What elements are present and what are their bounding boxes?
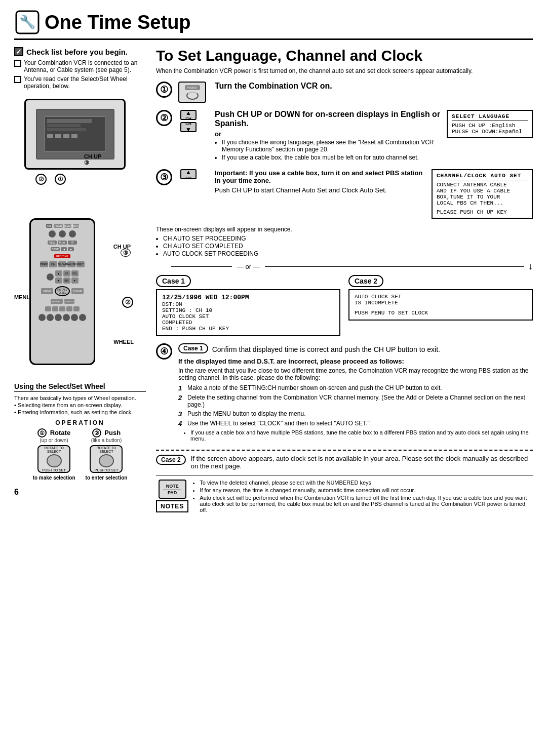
ch-line-3: BOX,TUNE IT TO YOUR [437,194,528,200]
tv-circle-1: ① [55,174,66,185]
operation-rotate: ① Rotate (up or down) ROTATE TO SELECT P… [33,428,75,481]
tv-chup-label: CH UP③ [84,153,101,166]
ch-up-graphic: ▲ CH [178,169,199,179]
note-1: To view the deleted channel, please sele… [200,480,533,486]
step3-icon: ▲ CH [178,169,209,179]
ch-down-btn: CH ▼ [180,122,197,132]
power-btn-top: POWER [185,85,200,90]
step4-subbullet: If you use a cable box and have multiple… [190,429,533,442]
case2-line-4: PUSH MENU TO SET CLOCK [355,310,527,316]
step4-item-3: 3 Push the MENU button to display the me… [178,410,533,418]
case2-bottom-text: If the screen above appears, auto clock … [191,455,533,470]
step2-bullet-1: If you choose the wrong language, please… [222,139,442,153]
ch-down-label-small: CH [185,122,191,126]
step4-bold: If the displayed time and D.S.T. are inc… [178,357,533,365]
select-language-box: SELECT LANGUAGE PUSH CH UP :English PULS… [447,110,533,138]
case2-line-2: IS INCOMPLETE [355,300,527,306]
op2-circle: ② [92,428,101,437]
right-column: To Set Language, Channel and Clock When … [156,47,533,514]
step1-number: ① [156,82,172,98]
remote-wheel-label: WHEEL [113,339,134,345]
wheel-desc-3: • Entering information, such as setting … [14,409,146,415]
step2-screen: SELECT LANGUAGE PUSH CH UP :English PULS… [447,110,533,138]
channel-clock-title: CHANNEL/CLOCK AUTO SET [437,173,528,180]
cases-row: Case 1 12/25/1996 WED 12:00PM DST:ON SET… [156,275,533,336]
note-3: Auto clock set will be performed when th… [200,495,533,513]
step4-content: Case 1 Confirm that displayed time is co… [178,343,533,443]
case2-bottom-label: Case 2 [156,455,186,465]
checkbox-1 [14,60,21,67]
seq-bullet-1: CH AUTO SET PROCEEDING [163,235,533,242]
checkmark-icon: ✓ [14,47,23,56]
wheel-desc-2: • Selecting items from an on-screen disp… [14,402,146,408]
step3-ch-label: CH [185,176,191,180]
operation-row: ① Rotate (up or down) ROTATE TO SELECT P… [14,428,146,481]
step3-screen: CHANNEL/CLOCK AUTO SET CONNECT ANTENNA C… [432,169,533,219]
case1-dst: DST:ON [162,301,334,307]
wheel-section: Using the Select/Set Wheel There are bas… [14,382,146,481]
step4-case: Case 1 [178,343,208,353]
ch-line-2: AND IF YOU USE A CABLE [437,188,528,194]
step1-title: Turn the Combination VCR on. [215,82,533,91]
case2-container: Case 2 AUTO CLOCK SET IS INCOMPLETE PUSH… [348,275,533,336]
case1-setting: SETTING : CH 10 [162,307,334,313]
select-language-line-2: PULSE CH DOWN:Español [452,129,528,135]
tv-circle-2: ② [35,174,47,185]
wheel-push-graphic: ROTATE TO SELECT PUSH TO SET [90,445,123,473]
tv-graphic: CH UP③ ② ① [14,99,136,210]
step4-header: Case 1 Confirm that displayed time is co… [178,343,533,355]
ch-line-6: PLEASE PUSH CH UP KEY [437,209,528,215]
step4-item-1: 1 Make a note of the SETTING:CH number s… [178,384,533,392]
select-language-title: SELECT LANGUAGE [452,113,528,121]
remote-chup-label: CH UP③ [113,244,131,256]
step3-important-text: Important: If you use a cable box, turn … [215,169,422,184]
notes-label: NOTES [156,500,188,512]
seq-bullet-2: CH AUTO SET COMPLETED [163,243,533,250]
ch-line-4: LOCAL PBS CH THEN... [437,200,528,206]
notes-section: NOTE PAD NOTES To view the deleted chann… [156,475,533,514]
operation-push: ② Push (like a button) ROTATE TO SELECT … [86,428,128,481]
power-symbol [186,92,199,100]
step3-important: Important: If you use a cable box, turn … [215,169,426,184]
ch-up-arrow: ▲ [185,109,191,116]
case1-auto: AUTO CLOCK SET [162,313,334,320]
remote-circle-2: ② [122,297,133,308]
step2-content: Push CH UP or DOWN for on-screen display… [215,110,533,162]
step4-body: In the rare event that you live close to… [178,367,533,381]
step3-content: Important: If you use a cable box, turn … [215,169,533,219]
step3-number: ③ [156,169,172,185]
step2-bullets: If you choose the wrong language, please… [222,139,442,161]
page-title: One Time Setup [45,12,191,33]
step4-item-4: 4 Use the WHEEL to select "CLOCK" and th… [178,420,533,427]
channel-clock-box: CHANNEL/CLOCK AUTO SET CONNECT ANTENNA C… [432,169,533,219]
header-icon: 🔧 [14,9,41,35]
notes-list: To view the deleted channel, please sele… [200,480,533,514]
or-text: — or — [237,263,260,270]
checklist-header: ✓ Check list before you begin. [14,47,146,56]
or-divider: — or — ↓ [171,261,533,272]
step4-item-2: 2 Delete the setting channel from the Co… [178,394,533,408]
step2-icon: ▲ CH CH ▼ [178,110,209,132]
tv-screen [36,109,114,160]
step4-number: ④ [156,343,172,360]
case1-end: END : PUSH CH UP KEY [162,326,334,332]
step-3: ③ ▲ CH Important: If you use a ca [156,169,533,219]
step3-main: Push CH UP to start Channel Auto Set and… [215,186,426,194]
wheel-desc-1: There are basically two types of Wheel o… [14,395,146,401]
op1-label: Rotate [50,429,70,436]
ch-up-btn: ▲ CH [180,110,197,120]
operation-title: OPERATION [14,419,146,426]
ch-up-label-small: CH [185,116,191,121]
wheel-section-title: Using the Select/Set Wheel [14,382,146,392]
case1-box: 12/25/1996 WED 12:00PM DST:ON SETTING : … [156,289,340,336]
remote-graphic: CH UP③ MENU — WHEEL ② ON TIMER SLEEP MUT… [14,218,136,375]
ch-line-1: CONNECT ANTENNA CABLE [437,182,528,188]
op2-sublabel: (like a button) [86,437,128,443]
op1-circle: ① [37,428,47,437]
step4-title: Confirm that displayed time is correct a… [212,345,440,353]
step2-title: Push CH UP or DOWN for on-screen display… [215,110,442,128]
step3-ch-arrow: ▲ [185,169,191,176]
seq-bullet-3: AUTO CLOCK SET PROCEEDING [163,250,533,257]
arrow-down-right: ↓ [528,261,533,272]
left-column: ✓ Check list before you begin. Your Comb… [14,47,146,514]
